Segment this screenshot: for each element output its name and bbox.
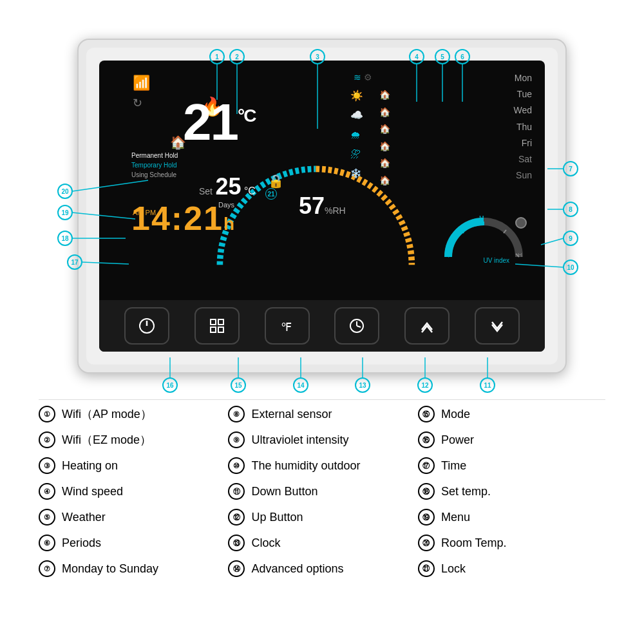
days-label: Days	[218, 201, 234, 209]
clock-button[interactable]	[334, 307, 379, 345]
svg-text:9: 9	[569, 235, 573, 242]
svg-rect-10	[211, 319, 216, 325]
svg-point-60	[231, 378, 245, 392]
svg-text:L: L	[445, 252, 448, 258]
legend-text-12: Up Button	[251, 511, 303, 524]
legend-num-14: ⑭	[228, 560, 245, 577]
temp-unit: °C	[238, 106, 255, 126]
weather-snow-icon: ❄️	[350, 165, 363, 182]
period-3-icon: 🏠	[379, 120, 390, 138]
time-value: 14:21	[131, 200, 223, 237]
set-temperature-area: Set 25 °C	[199, 173, 256, 200]
period-2-icon: 🏠	[379, 104, 390, 121]
svg-point-63	[163, 378, 177, 392]
legend-num-12: ⑫	[228, 509, 245, 526]
legend-col-2: ⑧ External sensor ⑨ Ultraviolet intensit…	[228, 406, 415, 586]
svg-text:15: 15	[234, 382, 242, 389]
svg-text:10: 10	[567, 264, 574, 271]
weather-rain-icon: 🌧	[350, 126, 363, 145]
set-unit: °C	[244, 185, 256, 196]
separator-line	[39, 399, 605, 400]
legend-num-3: ③	[39, 457, 55, 474]
legend-text-3: Heating on	[62, 459, 118, 473]
legend-num-9: ⑨	[228, 431, 245, 448]
legend-item-17: ⑰ Time	[418, 457, 605, 474]
svg-text:13: 13	[359, 382, 366, 389]
legend-num-15: ⑮	[418, 406, 435, 422]
thermostat-device: 📶 ↻ 🔥 🏠 Permanent Hold Temporary Hold Us…	[77, 39, 567, 374]
legend-num-5: ⑤	[39, 509, 55, 526]
svg-text:19: 19	[61, 209, 69, 216]
up-button[interactable]	[404, 307, 450, 345]
legend-num-7: ⑦	[39, 560, 55, 577]
set-value: 25	[215, 173, 241, 200]
legend-num-18: ⑱	[418, 483, 435, 500]
legend-text-7: Monday to Sunday	[62, 562, 158, 576]
legend-text-15: Mode	[441, 408, 470, 421]
humidity-unit: %RH	[325, 205, 346, 216]
svg-text:8: 8	[569, 206, 573, 213]
permanent-hold-label: Permanent Hold	[131, 151, 178, 160]
lock-icon: 🔒	[268, 173, 284, 189]
day-thu: Thu	[513, 119, 532, 135]
down-button[interactable]	[475, 307, 520, 345]
legend-item-16: ⑯ Power	[418, 431, 605, 448]
legend-item-11: ⑪ Down Button	[228, 483, 415, 500]
day-fri: Fri	[513, 135, 532, 151]
legend-item-3: ③ Heating on	[39, 457, 225, 474]
uv-label: UV index	[483, 257, 509, 264]
mode-button[interactable]	[194, 307, 240, 345]
legend-num-13: ⑬	[228, 535, 245, 551]
lock-badge-21: 21	[265, 188, 277, 200]
legend-num-6: ⑥	[39, 535, 55, 551]
legend-num-11: ⑪	[228, 483, 245, 500]
advanced-options-button[interactable]: ℉	[265, 307, 310, 345]
set-label: Set	[199, 186, 213, 196]
legend-item-7: ⑦ Monday to Sunday	[39, 560, 225, 577]
hold-modes-display: Permanent Hold Temporary Hold Using Sche…	[131, 151, 178, 180]
legend-num-19: ⑲	[418, 509, 435, 526]
wifi-ap-icon: 📶	[133, 75, 150, 91]
svg-rect-13	[218, 327, 223, 332]
power-button[interactable]	[124, 307, 169, 345]
svg-text:16: 16	[166, 382, 174, 389]
svg-point-48	[480, 378, 495, 392]
svg-point-54	[355, 378, 370, 392]
legend-text-18: Set temp.	[441, 485, 491, 498]
svg-point-51	[418, 378, 432, 392]
legend-text-8: External sensor	[251, 408, 332, 421]
legend-num-2: ②	[39, 431, 55, 448]
legend-num-8: ⑧	[228, 406, 245, 422]
legend-text-6: Periods	[62, 536, 101, 550]
inner-bezel: 📶 ↻ 🔥 🏠 Permanent Hold Temporary Hold Us…	[86, 48, 558, 365]
weather-cloud-icon: ☁️	[350, 106, 363, 125]
time-h-suffix: h	[223, 214, 236, 234]
humidity-value: 57	[299, 193, 325, 219]
main-temperature: 21°C	[183, 93, 255, 152]
legend-item-5: ⑤ Weather	[39, 509, 225, 526]
weather-heavy-rain-icon: ⛈	[350, 145, 363, 164]
day-mon: Mon	[513, 70, 532, 86]
legend-text-10: The humidity outdoor	[251, 459, 360, 473]
legend-item-2: ② Wifi（EZ mode）	[39, 431, 225, 448]
legend-text-14: Advanced options	[251, 562, 343, 576]
svg-point-75	[58, 184, 72, 198]
legend-item-20: ⑳ Room Temp.	[418, 535, 605, 551]
wind-speed-icon: ≋⚙	[354, 72, 372, 82]
svg-text:11: 11	[484, 382, 491, 389]
using-schedule-label: Using Schedule	[131, 170, 178, 180]
legend-text-19: Menu	[441, 511, 470, 524]
legend-num-4: ④	[39, 483, 55, 500]
legend-num-21: ㉑	[418, 560, 435, 577]
svg-text:H: H	[518, 252, 522, 258]
house-period-icons: 🏠 🏠 🏠 🏠 🏠 🏠	[379, 86, 390, 189]
day-sun: Sun	[513, 167, 532, 184]
period-sat-icon: 🏠	[379, 172, 390, 189]
svg-text:18: 18	[61, 235, 69, 242]
day-tue: Tue	[513, 86, 532, 102]
temp-value: 21	[183, 93, 238, 151]
svg-rect-12	[211, 327, 216, 332]
legend-text-17: Time	[441, 459, 466, 473]
period-5-icon: 🏠	[379, 155, 390, 172]
days-of-week: Mon Tue Wed Thu Fri Sat Sun	[513, 70, 532, 184]
